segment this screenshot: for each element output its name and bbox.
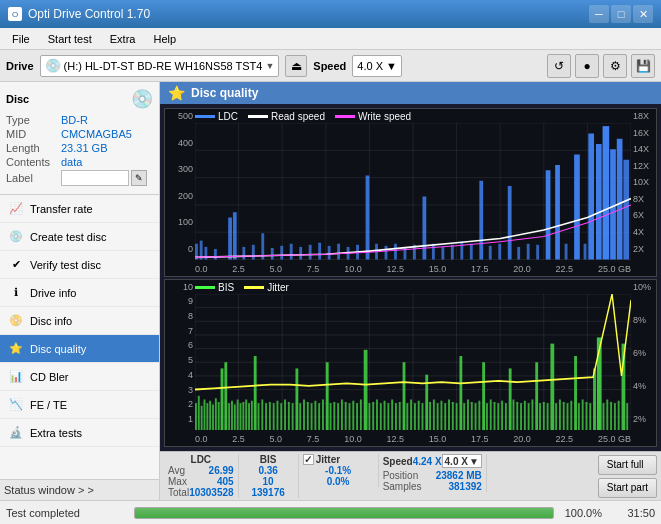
sidebar-item-disc-quality[interactable]: ⭐ Disc quality [0,335,159,363]
svg-rect-118 [292,403,294,430]
svg-rect-117 [288,401,290,430]
svg-rect-28 [290,244,293,260]
drive-selector[interactable]: 💿 (H:) HL-DT-ST BD-RE WH16NS58 TST4 ▼ [40,55,280,77]
svg-rect-97 [221,368,224,430]
start-part-button[interactable]: Start part [598,478,657,498]
maximize-button[interactable]: □ [611,5,631,23]
ldc-yaxis-left: 500 400 300 200 100 0 [165,109,195,256]
ldc-col-header: LDC [168,454,234,465]
jitter-col-header: ✓ Jitter [303,454,374,465]
menu-start-test[interactable]: Start test [40,31,100,47]
record-button[interactable]: ● [575,54,599,78]
svg-rect-160 [452,401,454,430]
svg-rect-119 [295,368,298,430]
jitter-checkbox[interactable]: ✓ [303,454,314,465]
save-button[interactable]: 💾 [631,54,655,78]
drive-dropdown-arrow: ▼ [265,61,274,71]
sidebar-item-extra-tests[interactable]: 🔬 Extra tests [0,419,159,447]
menu-extra[interactable]: Extra [102,31,144,47]
svg-rect-165 [471,401,473,430]
svg-rect-29 [299,247,302,260]
svg-rect-109 [258,403,260,430]
svg-rect-130 [337,403,339,430]
sidebar-item-transfer-rate[interactable]: 📈 Transfer rate [0,195,159,223]
svg-rect-196 [589,403,591,430]
ldc-total-row: Total 10303528 [168,487,234,498]
position-value: 23862 MB [436,470,482,481]
content-area: ⭐ Disc quality LDC Read speed [160,82,661,500]
menu-help[interactable]: Help [145,31,184,47]
svg-rect-161 [456,403,458,430]
svg-rect-201 [610,401,612,430]
svg-rect-154 [429,401,431,430]
svg-rect-126 [322,399,324,430]
svg-rect-150 [414,403,416,430]
disc-panel: Disc 💿 Type BD-R MID CMCMAGBA5 Length 23… [0,82,159,195]
svg-rect-103 [240,403,242,430]
eject-button[interactable]: ⏏ [285,55,307,77]
max-jitter-value: 0.0% [327,476,350,487]
total-label: Total [168,487,189,498]
svg-rect-137 [364,349,368,430]
svg-rect-163 [463,403,465,430]
svg-rect-104 [242,401,244,430]
svg-rect-125 [318,403,320,430]
minimize-button[interactable]: ─ [589,5,609,23]
ldc-chart-legend: LDC Read speed Write speed [195,111,411,122]
sidebar-item-create-test-disc[interactable]: 💿 Create test disc [0,223,159,251]
label-input[interactable] [61,170,129,186]
progress-percent: 100.0% [562,507,602,519]
stats-panel: LDC Avg 26.99 Max 405 Total 10303528 [160,451,661,500]
cd-bler-icon: 📊 [8,369,24,385]
svg-rect-53 [527,244,530,260]
samples-label: Samples [383,481,422,492]
svg-rect-62 [603,126,610,259]
titlebar: O Opti Drive Control 1.70 ─ □ ✕ [0,0,661,28]
svg-rect-192 [574,356,577,430]
svg-rect-162 [459,356,462,430]
svg-rect-195 [586,401,588,430]
mid-value: CMCMAGBA5 [61,128,132,140]
start-full-button[interactable]: Start full [598,455,657,475]
svg-rect-51 [508,186,512,260]
svg-rect-38 [385,246,388,260]
speed-dropdown-control[interactable]: 4.0 X ▼ [442,454,482,468]
sidebar-item-verify-test-disc[interactable]: ✔ Verify test disc [0,251,159,279]
svg-rect-21 [228,218,232,260]
sidebar-item-disc-info[interactable]: 📀 Disc info [0,307,159,335]
jitter-header-label: Jitter [316,454,340,465]
disc-panel-title: Disc [6,93,29,105]
sidebar-item-fe-te[interactable]: 📉 FE / TE [0,391,159,419]
svg-rect-144 [391,399,393,430]
sidebar-item-cd-bler[interactable]: 📊 CD Bler [0,363,159,391]
svg-rect-46 [460,242,463,260]
svg-rect-124 [314,400,316,430]
speed-selector[interactable]: 4.0 X ▼ [352,55,402,77]
svg-rect-139 [372,401,374,430]
bis-chart: BIS Jitter 10 9 8 7 6 5 4 3 [164,279,657,448]
refresh-button[interactable]: ↺ [547,54,571,78]
max-ldc-value: 405 [217,476,234,487]
sidebar-item-drive-info[interactable]: ℹ Drive info [0,279,159,307]
samples-row: Samples 381392 [383,481,482,492]
svg-rect-26 [271,248,274,260]
bis-legend-jitter: Jitter [244,282,289,293]
svg-rect-169 [486,403,488,430]
contents-label: Contents [6,156,61,168]
create-test-disc-label: Create test disc [30,231,106,243]
svg-rect-91 [204,399,206,430]
menu-file[interactable]: File [4,31,38,47]
close-button[interactable]: ✕ [633,5,653,23]
svg-rect-100 [231,400,233,430]
ldc-yaxis-right: 18X 16X 14X 12X 10X 8X 6X 4X 2X [631,109,656,256]
disc-quality-icon: ⭐ [8,341,24,357]
svg-rect-174 [505,403,507,430]
svg-rect-171 [494,401,496,430]
svg-rect-92 [206,403,208,430]
label-set-button[interactable]: ✎ [131,170,147,186]
svg-rect-20 [214,249,217,260]
charts-area: LDC Read speed Write speed 500 400 30 [160,104,661,451]
drive-info-label: Drive info [30,287,76,299]
settings-button[interactable]: ⚙ [603,54,627,78]
status-window-button[interactable]: Status window > > [0,479,159,500]
